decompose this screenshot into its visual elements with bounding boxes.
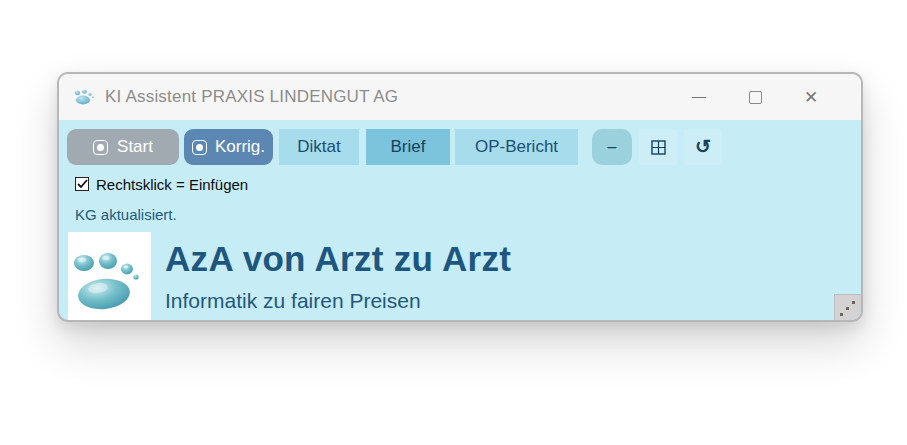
collapse-dash-icon: –: [608, 138, 617, 156]
brief-button-label: Brief: [391, 137, 426, 157]
window-title: KI Assistent PRAXIS LINDENGUT AG: [105, 87, 671, 107]
brand-logo: [68, 232, 151, 322]
grip-dot: [846, 307, 849, 310]
close-button[interactable]: ✕: [783, 80, 839, 114]
status-message: KG aktualisiert.: [75, 206, 177, 223]
op-bericht-button-label: OP-Bericht: [475, 137, 558, 157]
grid-button[interactable]: [639, 129, 677, 165]
rightclick-paste-checkbox[interactable]: [75, 177, 89, 191]
grid-icon: [651, 140, 666, 155]
op-bericht-button[interactable]: OP-Bericht: [455, 129, 578, 165]
diktat-button-label: Diktat: [297, 137, 340, 157]
collapse-button[interactable]: –: [592, 129, 632, 165]
grip-dot: [852, 301, 855, 304]
brand-text: AzA von Arzt zu Arzt Informatik zu faire…: [165, 232, 511, 322]
refresh-button[interactable]: ↺: [684, 129, 722, 165]
grip-dot: [840, 313, 843, 316]
app-logo-icon: [71, 87, 97, 107]
start-button[interactable]: Start: [67, 129, 179, 165]
diktat-button[interactable]: Diktat: [279, 129, 359, 165]
titlebar[interactable]: KI Assistent PRAXIS LINDENGUT AG ✕: [59, 74, 861, 120]
minimize-icon: [692, 97, 706, 98]
status-row: KG aktualisiert.: [75, 206, 861, 224]
brief-button[interactable]: Brief: [366, 129, 450, 165]
checkmark-icon: [77, 179, 88, 189]
window-controls: ✕: [671, 80, 839, 114]
minimize-button[interactable]: [671, 80, 727, 114]
water-drops-logo-icon: [68, 232, 151, 322]
start-button-label: Start: [117, 137, 153, 157]
korrig-button-label: Korrig.: [215, 137, 265, 157]
resize-grip[interactable]: [834, 294, 861, 320]
record-icon: [192, 140, 207, 155]
maximize-icon: [749, 91, 762, 104]
rightclick-paste-label: Rechtsklick = Einfügen: [96, 176, 248, 193]
brand-title: AzA von Arzt zu Arzt: [165, 238, 511, 280]
toolbar: Start Korrig. Diktat Brief OP-Bericht – …: [67, 129, 853, 165]
rightclick-paste-option[interactable]: Rechtsklick = Einfügen: [75, 175, 861, 193]
korrig-button[interactable]: Korrig.: [184, 129, 273, 165]
brand-subtitle: Informatik zu fairen Preisen: [165, 289, 511, 313]
app-window: KI Assistent PRAXIS LINDENGUT AG ✕ Start…: [57, 72, 863, 322]
close-icon: ✕: [804, 89, 818, 106]
record-icon: [93, 140, 108, 155]
brand-row: AzA von Arzt zu Arzt Informatik zu faire…: [68, 232, 861, 322]
maximize-button[interactable]: [727, 80, 783, 114]
refresh-icon: ↺: [695, 137, 711, 156]
